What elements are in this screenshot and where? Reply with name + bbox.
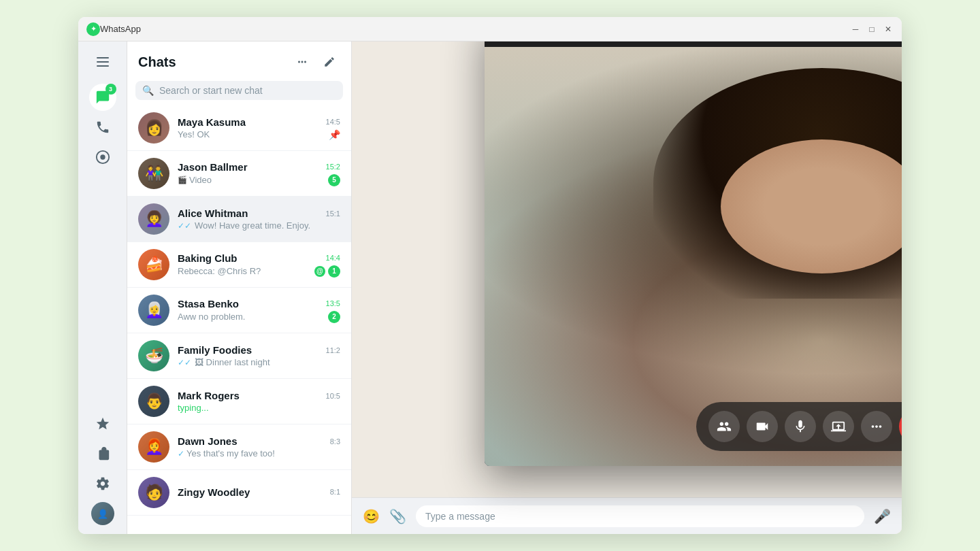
chat-time: 15:2 [326, 163, 340, 171]
chat-time: 15:1 [326, 210, 340, 218]
minimize-btn[interactable]: ─ [850, 24, 861, 35]
window-controls: ─ □ ✕ [850, 24, 894, 35]
message-input-bar: 😊 📎 🎤 [352, 497, 902, 534]
video-call-titlebar: ✦ Susanna Davis 🔒 End-to-end endcrypted … [485, 41, 902, 47]
chat-info: Maya Kasuma 14:5 Yes! OK 📌 [178, 116, 340, 140]
sidebar-icon-status[interactable] [89, 144, 116, 171]
app-title: WhatsApp [100, 24, 850, 34]
chat-time: 10:5 [326, 392, 340, 400]
chat-preview: typing... [178, 403, 209, 413]
app-logo: ✦ [86, 22, 100, 36]
call-controls [696, 402, 902, 451]
chat-name: Jason Ballmer [178, 161, 248, 173]
chat-name: Stasa Benko [178, 298, 239, 310]
chat-preview: Rebecca: @Chris R? [178, 266, 261, 276]
chat-item[interactable]: 👩 Maya Kasuma 14:5 Yes! OK 📌 [127, 105, 351, 151]
add-participant-btn[interactable] [708, 411, 740, 442]
chat-info: Alice Whitman 15:1 ✓✓ Wow! Have great ti… [178, 207, 340, 231]
chat-info: Baking Club 14:4 Rebecca: @Chris R? @ 1 [178, 252, 340, 278]
chat-info: Stasa Benko 13:5 Aww no problem. 2 [178, 298, 340, 323]
svg-point-1 [100, 154, 105, 159]
chat-name: Dawn Jones [178, 435, 238, 447]
emoji-icon[interactable]: 😊 [363, 508, 380, 524]
sidebar-icon-calls[interactable] [89, 114, 116, 141]
chat-name: Mark Rogers [178, 390, 240, 401]
chat-item[interactable]: 🍜 Family Foodies 11:2 ✓✓ 🖼 Dinner last n… [127, 333, 351, 379]
unread-badge: 1 [328, 265, 340, 278]
sidebar-icon-archive[interactable] [89, 440, 116, 467]
chat-name: Family Foodies [178, 344, 252, 356]
chat-list-header-icons [291, 51, 340, 73]
microphone-icon[interactable]: 🎤 [874, 508, 891, 524]
chat-item[interactable]: 👩‍🦱 Alice Whitman 15:1 ✓✓ Wow! Have grea… [127, 197, 351, 242]
video-area [485, 47, 902, 466]
chat-preview: ✓✓ Wow! Have great time. Enjoy. [178, 220, 310, 231]
app-body: 3 👤 [78, 41, 902, 534]
video-call-window: ✦ Susanna Davis 🔒 End-to-end endcrypted … [485, 41, 902, 466]
more-options-btn[interactable] [291, 51, 313, 73]
search-bar: 🔍 [135, 81, 343, 100]
avatar: 👩‍🦰 [138, 431, 169, 463]
chat-list-title: Chats [138, 54, 176, 70]
chat-item[interactable]: 👨 Mark Rogers 10:5 typing... [127, 379, 351, 424]
maximize-btn[interactable]: □ [866, 24, 877, 35]
attach-icon[interactable]: 📎 [389, 508, 406, 524]
avatar: 👩‍🦳 [138, 295, 169, 326]
chat-time: 8:3 [330, 437, 340, 446]
sidebar-icon-profile[interactable]: 👤 [89, 500, 116, 527]
avatar: 👩 [138, 112, 169, 144]
search-icon: 🔍 [142, 85, 154, 96]
chat-preview: ✓ Yes that's my fave too! [178, 448, 275, 458]
chat-info: Jason Ballmer 15:2 🎬 Video 5 [178, 161, 340, 186]
app-window: ✦ WhatsApp ─ □ ✕ 3 [78, 17, 902, 534]
chat-area: 😊 📎 🎤 ✦ Susanna Davis 🔒 End-to-end endcr… [352, 41, 902, 534]
sidebar-icon-chats[interactable]: 3 [89, 84, 116, 111]
mention-badge: @ [314, 266, 325, 277]
chat-item[interactable]: 🧑 Zingy Woodley 8:1 [127, 470, 351, 516]
search-input[interactable] [159, 85, 336, 96]
chat-time: 13:5 [326, 299, 340, 307]
title-bar: ✦ WhatsApp ─ □ ✕ [78, 17, 902, 41]
avatar: 👨 [138, 386, 169, 417]
chat-info: Dawn Jones 8:3 ✓ Yes that's my fave too! [178, 435, 340, 458]
avatar: 👫 [138, 158, 169, 189]
chat-time: 8:1 [330, 488, 340, 496]
chat-time: 11:2 [326, 346, 340, 354]
screen-share-btn[interactable] [823, 411, 854, 442]
avatar: 👩‍🦱 [138, 203, 169, 235]
sidebar-icon-settings[interactable] [89, 470, 116, 497]
chats-badge: 3 [105, 84, 116, 95]
sidebar-icon-starred[interactable] [89, 410, 116, 437]
close-btn[interactable]: ✕ [883, 24, 894, 35]
new-chat-btn[interactable] [318, 51, 340, 73]
chat-info: Family Foodies 11:2 ✓✓ 🖼 Dinner last nig… [178, 344, 340, 367]
camera-toggle-btn[interactable] [747, 411, 778, 442]
chat-info: Zingy Woodley 8:1 [178, 486, 340, 499]
chat-list: 👩 Maya Kasuma 14:5 Yes! OK 📌 � [127, 105, 351, 534]
chat-item[interactable]: 👩‍🦰 Dawn Jones 8:3 ✓ Yes that's my fave … [127, 424, 351, 470]
message-input[interactable] [416, 505, 864, 527]
chat-preview: ✓✓ 🖼 Dinner last night [178, 357, 270, 367]
mute-btn[interactable] [785, 411, 816, 442]
chat-preview: Yes! OK [178, 129, 210, 139]
unread-badge: 5 [328, 174, 340, 186]
end-call-btn[interactable] [899, 409, 902, 444]
chat-name: Zingy Woodley [178, 486, 250, 498]
chat-item[interactable]: 👫 Jason Ballmer 15:2 🎬 Video 5 [127, 151, 351, 197]
chat-name: Maya Kasuma [178, 116, 246, 128]
unread-badge: 2 [328, 311, 340, 323]
chat-info: Mark Rogers 10:5 typing... [178, 390, 340, 413]
chat-preview: 🎬 Video [178, 175, 212, 185]
chat-item[interactable]: 👩‍🦳 Stasa Benko 13:5 Aww no problem. 2 [127, 288, 351, 333]
chat-time: 14:5 [326, 118, 340, 126]
menu-icon[interactable] [89, 48, 116, 76]
pin-icon: 📌 [329, 129, 340, 140]
chat-time: 14:4 [326, 254, 340, 262]
more-options-call-btn[interactable] [861, 411, 892, 442]
chat-name: Baking Club [178, 252, 238, 264]
chat-item[interactable]: 🍰 Baking Club 14:4 Rebecca: @Chris R? @ … [127, 242, 351, 288]
chat-preview: Aww no problem. [178, 312, 245, 322]
chat-list-panel: Chats 🔍 👩 [127, 41, 352, 534]
icon-sidebar: 3 👤 [78, 41, 127, 534]
avatar: 🍰 [138, 249, 169, 280]
